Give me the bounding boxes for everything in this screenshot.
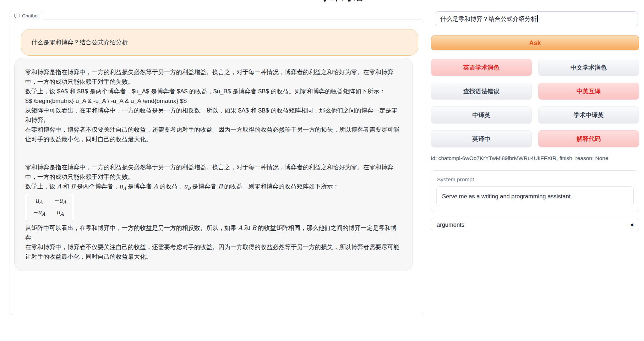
system-prompt-value: Serve me as a writing and programming as…: [442, 193, 572, 200]
bot-raw-latex-formula: $$ \begin{bmatrix} u_A & -u_A \ -u_A & u…: [25, 96, 402, 106]
quick-actions-grid: 英语学术润色 中文学术润色 查找语法错误 中英互译 中译英 学术中译英 英译中 …: [431, 59, 639, 147]
bot-raw-paragraph-1: 零和博弈是指在博弈中，一方的利益损失必然等于另一方的利益增益。换言之，对于每一种…: [25, 67, 402, 87]
matrix-cell: uA: [33, 196, 45, 207]
quick-button-en-to-zh[interactable]: 英译中: [431, 130, 532, 147]
question-input[interactable]: 什么是零和博弈？结合公式介绍分析: [435, 11, 638, 26]
bot-rendered-paragraph-5: 在零和博弈中，博弈者不仅要关注自己的收益，还需要考虑对手的收益。因为一方取得的收…: [25, 242, 402, 262]
bot-raw-paragraph-2: 数学上，设 $A$ 和 $B$ 是两个博弈者，$u_A$ 是博弈者 $A$ 的收…: [25, 87, 402, 96]
page-title-cutoff: 学术对话: [312, 0, 372, 3]
system-prompt-group: System prompt Serve me as a writing and …: [431, 170, 639, 212]
bot-raw-paragraph-4: 从矩阵中可以看出，在零和博弈中，一方的收益是另一方的相反数。所以，如果 $A$ …: [25, 106, 402, 125]
text-cursor: [537, 15, 538, 22]
system-prompt-label: System prompt: [437, 176, 634, 183]
chatbot-panel: 什么是零和博弈？结合公式介绍分析 零和博弈是指在博弈中，一方的利益损失必然等于另…: [10, 20, 424, 315]
user-message-text: 什么是零和博弈？结合公式介绍分析: [31, 39, 128, 46]
quick-button-explain-code[interactable]: 解释代码: [538, 130, 639, 147]
matrix-cell: −uA: [54, 196, 66, 207]
quick-button-zh-to-en[interactable]: 中译英: [431, 106, 532, 123]
accordion-collapsed-icon: ◀: [630, 222, 633, 227]
bot-message-bubble: 零和博弈是指在博弈中，一方的利益损失必然等于另一方的利益增益。换言之，对于每一种…: [14, 58, 413, 271]
quick-button-find-grammar-errors[interactable]: 查找语法错误: [431, 83, 532, 100]
chatbot-label-tab: Chatbot: [10, 11, 43, 20]
chat-bubble-icon: [14, 13, 20, 18]
bot-rendered-paragraph-2: 数学上，设 A 和 B 是两个博弈者，uA 是博弈者 A 的收益，uB 是博弈者…: [25, 182, 402, 193]
quick-button-english-academic-polish[interactable]: 英语学术润色: [431, 59, 532, 76]
bot-raw-paragraph-5: 在零和博弈中，博弈者不仅要关注自己的收益，还需要考虑对手的收益。因为一方取得的收…: [25, 125, 402, 144]
bot-rendered-paragraph-1: 零和博弈是指在博弈中，一方的利益损失必然等于另一方的利益增益。换言之，对于每一种…: [25, 163, 402, 182]
matrix-left-bracket: [26, 195, 28, 220]
arguments-accordion[interactable]: arguments ◀: [431, 218, 639, 231]
quick-button-zh-en-mutual-translate[interactable]: 中英互译: [538, 83, 639, 100]
chatbot-label: Chatbot: [22, 13, 39, 18]
user-message-bubble: 什么是零和博弈？结合公式介绍分析: [21, 29, 418, 56]
matrix-right-bracket: [71, 195, 73, 220]
ask-button[interactable]: Ask: [431, 35, 639, 50]
quick-button-chinese-academic-polish[interactable]: 中文学术润色: [538, 59, 639, 76]
question-input-value: 什么是零和博弈？结合公式介绍分析: [440, 15, 537, 23]
arguments-accordion-label: arguments: [437, 221, 464, 228]
response-status-line: id: chatcmpl-6wOo7KrYTwMl89lbrMWRu4UkFFX…: [431, 155, 639, 161]
matrix-cell: −uA: [33, 208, 45, 219]
matrix-cell: uA: [54, 208, 66, 219]
system-prompt-input[interactable]: Serve me as a writing and programming as…: [436, 186, 634, 206]
quick-button-academic-zh-to-en[interactable]: 学术中译英: [538, 106, 639, 123]
payoff-matrix: uA −uA −uA uA: [26, 195, 73, 220]
bot-rendered-paragraph-4: 从矩阵中可以看出，在零和博弈中，一方的收益是另一方的相反数。所以，如果 A 和 …: [25, 223, 402, 242]
bot-message-gap: [25, 144, 402, 163]
